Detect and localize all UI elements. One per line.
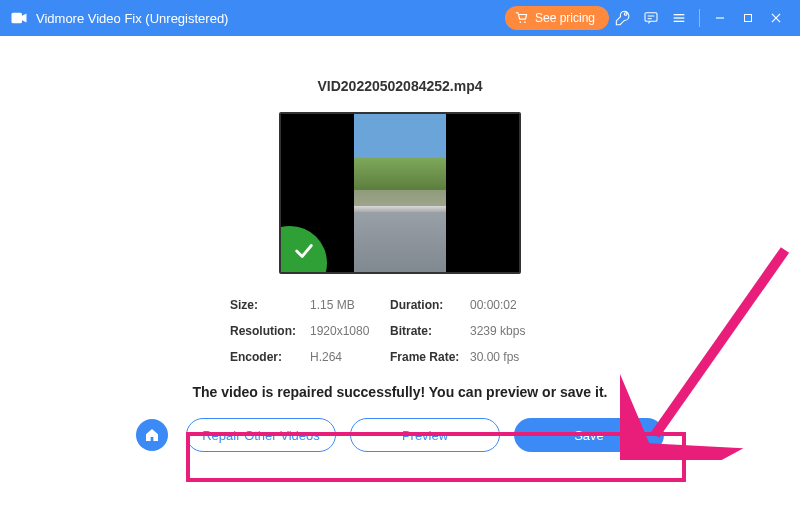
app-title: Vidmore Video Fix (Unregistered) [36, 11, 228, 26]
see-pricing-button[interactable]: See pricing [505, 6, 609, 30]
menu-icon[interactable] [665, 4, 693, 32]
svg-point-2 [524, 21, 526, 23]
meta-encoder-label: Encoder: [230, 350, 310, 364]
meta-framerate-label: Frame Rate: [390, 350, 470, 364]
repair-other-videos-button[interactable]: Repair Other Videos [186, 418, 336, 452]
meta-size-value: 1.15 MB [310, 298, 390, 312]
meta-bitrate-value: 3239 kbps [470, 324, 550, 338]
titlebar-divider [699, 9, 700, 27]
home-icon [144, 427, 160, 443]
feedback-icon[interactable] [637, 4, 665, 32]
save-button[interactable]: Save [514, 418, 664, 452]
filename-label: VID20220502084252.mp4 [0, 78, 800, 94]
checkmark-icon [293, 240, 315, 262]
svg-rect-3 [645, 13, 657, 22]
status-message: The video is repaired successfully! You … [0, 384, 800, 400]
meta-resolution-label: Resolution: [230, 324, 310, 338]
minimize-button[interactable] [706, 4, 734, 32]
meta-encoder-value: H.264 [310, 350, 390, 364]
action-row: Repair Other Videos Preview Save [0, 418, 800, 452]
cart-icon [515, 11, 529, 25]
meta-framerate-value: 30.00 fps [470, 350, 550, 364]
titlebar: Vidmore Video Fix (Unregistered) See pri… [0, 0, 800, 36]
see-pricing-label: See pricing [535, 11, 595, 25]
app-logo-icon [10, 9, 28, 27]
meta-duration-label: Duration: [390, 298, 470, 312]
key-icon[interactable] [609, 4, 637, 32]
main-content: VID20220502084252.mp4 Size: 1.15 MB Dura… [0, 36, 800, 452]
video-thumbnail [354, 114, 446, 272]
home-button[interactable] [136, 419, 168, 451]
preview-button[interactable]: Preview [350, 418, 500, 452]
video-preview[interactable] [279, 112, 521, 274]
meta-duration-value: 00:00:02 [470, 298, 550, 312]
meta-size-label: Size: [230, 298, 310, 312]
meta-bitrate-label: Bitrate: [390, 324, 470, 338]
svg-rect-0 [12, 13, 23, 24]
metadata-grid: Size: 1.15 MB Duration: 00:00:02 Resolut… [230, 298, 570, 364]
close-button[interactable] [762, 4, 790, 32]
meta-resolution-value: 1920x1080 [310, 324, 390, 338]
maximize-button[interactable] [734, 4, 762, 32]
svg-point-1 [519, 21, 521, 23]
success-badge [279, 226, 327, 274]
svg-rect-10 [745, 15, 752, 22]
